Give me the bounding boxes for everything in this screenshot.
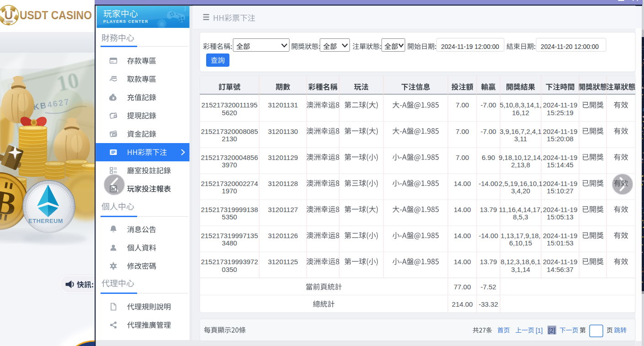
svg-text:-7.00: -7.00: [480, 101, 496, 109]
svg-text:31201125: 31201125: [268, 258, 298, 266]
svg-text:3,4,20: 3,4,20: [511, 187, 530, 195]
svg-text:3480: 3480: [222, 239, 237, 247]
svg-text:15:10:27: 15:10:27: [547, 187, 573, 195]
svg-text:5350: 5350: [222, 213, 237, 221]
svg-text:6,10,15: 6,10,15: [509, 239, 532, 247]
svg-text:3970: 3970: [222, 161, 237, 169]
svg-text:215217320002274: 215217320002274: [201, 180, 258, 187]
svg-text:-7.52: -7.52: [480, 283, 496, 291]
svg-text:15:05:13: 15:05:13: [547, 213, 573, 221]
svg-text:15:01:53: 15:01:53: [547, 239, 573, 247]
svg-text:215217320008085: 215217320008085: [201, 128, 258, 135]
svg-text:215217319993972: 215217319993972: [201, 258, 258, 266]
svg-text:5,10,8,3,14,1,: 5,10,8,3,14,1,: [500, 101, 542, 109]
svg-text:31201127: 31201127: [268, 206, 298, 213]
svg-text:2024-11-19: 2024-11-19: [543, 180, 578, 187]
svg-text:2024-11-19: 2024-11-19: [543, 154, 578, 161]
svg-text:2024-11-19: 2024-11-19: [543, 232, 578, 240]
svg-text:31201129: 31201129: [268, 154, 298, 161]
svg-text:6.90: 6.90: [482, 154, 495, 161]
svg-text:15:20:08: 15:20:08: [547, 135, 573, 143]
svg-text:[2]: [2]: [548, 327, 555, 334]
svg-text:2130: 2130: [222, 135, 237, 143]
svg-text:2024-11-19: 2024-11-19: [543, 206, 578, 213]
svg-text:31201130: 31201130: [268, 128, 298, 135]
svg-text:-7.00: -7.00: [480, 128, 496, 135]
svg-text:215217320011195: 215217320011195: [202, 101, 258, 109]
svg-text:2024-11-19: 2024-11-19: [543, 258, 578, 266]
svg-text:14.00: 14.00: [454, 232, 471, 240]
svg-text:13.79: 13.79: [480, 258, 497, 266]
svg-text:13.79: 13.79: [480, 206, 497, 213]
svg-text:-33.32: -33.32: [479, 300, 498, 308]
svg-text:2024-11-19: 2024-11-19: [543, 101, 578, 109]
svg-text:14.00: 14.00: [454, 258, 471, 266]
svg-text:-14.00: -14.00: [479, 180, 498, 187]
svg-text:31201131: 31201131: [268, 101, 298, 109]
svg-text:15:25:19: 15:25:19: [547, 109, 573, 117]
svg-text:USDT CASINO: USDT CASINO: [20, 8, 92, 22]
svg-text:CASINO: CASINO: [4, 20, 13, 23]
svg-text:1970: 1970: [222, 187, 237, 195]
svg-text:-14.00: -14.00: [479, 232, 498, 240]
svg-text:14.00: 14.00: [454, 206, 471, 213]
svg-text:0350: 0350: [222, 266, 237, 273]
svg-text:214.00: 214.00: [452, 300, 473, 308]
svg-text:2024-11-19: 2024-11-19: [543, 128, 578, 135]
svg-text:1,13,17,9,18,: 1,13,17,9,18,: [500, 232, 541, 240]
svg-text:8,12,3,18,6,1: 8,12,3,18,6,1: [500, 258, 541, 266]
svg-text:215217319999138: 215217319999138: [201, 206, 258, 213]
svg-text:PLAYERS CENTER: PLAYERS CENTER: [103, 19, 149, 24]
svg-text:14:56:37: 14:56:37: [547, 266, 573, 273]
svg-text:77.00: 77.00: [454, 283, 471, 291]
svg-text:11,16,4,14,17,: 11,16,4,14,17,: [499, 206, 543, 213]
svg-text:2024-11-19 12:00:00: 2024-11-19 12:00:00: [441, 43, 499, 50]
svg-text:3,11: 3,11: [514, 135, 527, 143]
svg-text:16,12: 16,12: [512, 109, 529, 117]
svg-text:31201126: 31201126: [268, 232, 298, 240]
svg-text:7.00: 7.00: [456, 154, 469, 161]
svg-text:8,5,3: 8,5,3: [513, 213, 528, 221]
svg-text:3,1,14: 3,1,14: [511, 266, 530, 273]
svg-text:215217320004856: 215217320004856: [201, 154, 258, 161]
svg-text:15:14:45: 15:14:45: [547, 161, 573, 169]
svg-text:3,9,16,7,2,4,1: 3,9,16,7,2,4,1: [500, 128, 542, 135]
svg-text:14.00: 14.00: [454, 180, 471, 187]
svg-text:5620: 5620: [222, 109, 237, 117]
svg-text:2,13,8: 2,13,8: [511, 161, 530, 169]
svg-text:2,5,19,16,10,1: 2,5,19,16,10,1: [499, 180, 543, 187]
svg-text:31201128: 31201128: [268, 180, 298, 187]
svg-text:2024-11-20 12:00:00: 2024-11-20 12:00:00: [541, 43, 599, 50]
svg-text:[1]: [1]: [536, 327, 543, 334]
svg-text:9,18,10,12,14,: 9,18,10,12,14,: [499, 154, 543, 161]
svg-text:215217319997135: 215217319997135: [201, 232, 258, 240]
svg-text:7.00: 7.00: [456, 128, 469, 135]
svg-text:7.00: 7.00: [456, 101, 469, 109]
